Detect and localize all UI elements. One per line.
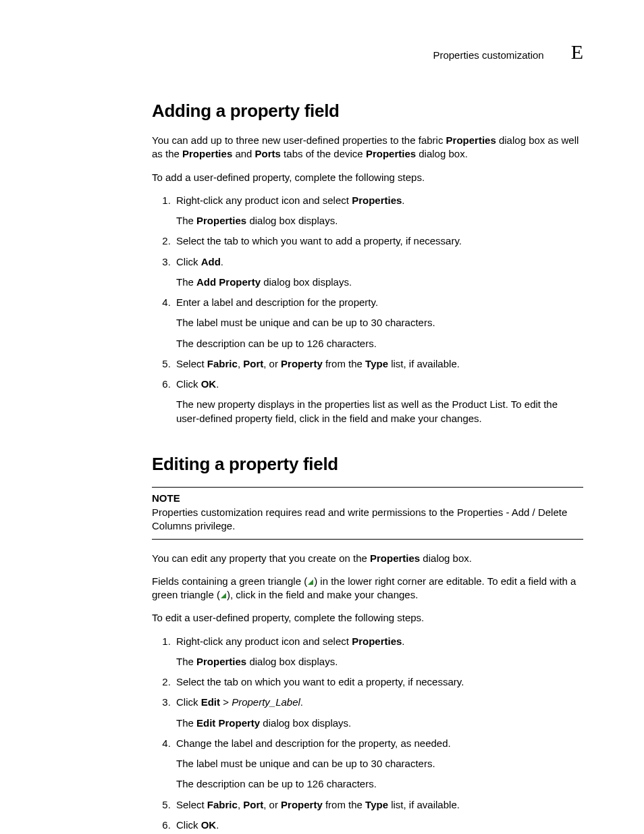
text: Click (176, 819, 201, 831)
svg-marker-0 (308, 579, 313, 585)
text: Click (176, 696, 201, 708)
text: and (232, 148, 254, 159)
term-edit-property: Edit Property (196, 717, 260, 729)
text: Select (176, 358, 207, 369)
text: Click (176, 378, 201, 390)
spacer (152, 435, 583, 454)
term-ok: OK (201, 378, 217, 390)
text: ), click in the field and make your chan… (227, 589, 418, 600)
text: Select (176, 799, 207, 810)
text: tabs of the device (281, 148, 366, 159)
lead-in-paragraph: To edit a user-defined property, complet… (152, 611, 583, 625)
step-sub: The description can be up to 126 charact… (176, 777, 583, 791)
term-ok: OK (201, 819, 217, 831)
step-sub: The new property displays in the propert… (176, 398, 583, 425)
text: dialog box displays. (246, 656, 338, 667)
text: , or (263, 799, 281, 810)
document-page: Properties customization E Adding a prop… (0, 0, 644, 834)
paragraph: You can edit any property that you creat… (152, 552, 583, 565)
step-sub: The Add Property dialog box displays. (176, 276, 583, 289)
term-property-label: Property_Label (232, 696, 300, 708)
text: Right-click any product icon and select (176, 635, 352, 647)
term-property: Property (281, 358, 323, 369)
term-properties: Properties (196, 215, 246, 226)
running-title: Properties customization (433, 49, 543, 61)
term-ports: Ports (255, 148, 281, 159)
step-sub: The Properties dialog box displays. (176, 655, 583, 669)
intro-paragraph: You can add up to three new user-defined… (152, 134, 583, 161)
text: list, if available. (388, 358, 460, 369)
editable-triangle-icon (220, 592, 227, 599)
step-1: Right-click any product icon and select … (173, 194, 583, 228)
text: The (176, 717, 196, 729)
text: The (176, 215, 196, 226)
term-fabric: Fabric (207, 799, 238, 810)
text: dialog box displays. (246, 215, 338, 226)
heading-adding-property: Adding a property field (152, 101, 583, 122)
text: You can add up to three new user-defined… (152, 134, 446, 146)
term-add: Add (201, 256, 221, 267)
term-properties: Properties (196, 656, 246, 667)
steps-list-add: Right-click any product icon and select … (152, 194, 583, 425)
step-sub: The description can be up to 126 charact… (176, 337, 583, 350)
text: from the (323, 799, 365, 810)
step-3: Click Add. The Add Property dialog box d… (173, 255, 583, 290)
text: . (216, 378, 219, 390)
term-type: Type (365, 358, 388, 369)
text: The (176, 656, 196, 667)
term-add-property: Add Property (196, 276, 261, 288)
text: dialog box displays. (261, 276, 352, 288)
step-3: Click Edit > Property_Label. The Edit Pr… (173, 696, 583, 730)
text: Change the label and description for the… (176, 737, 451, 749)
term-properties: Properties (182, 148, 232, 159)
text: , (238, 799, 243, 810)
term-port: Port (243, 799, 263, 810)
term-properties: Properties (352, 194, 402, 206)
text: Right-click any product icon and select (176, 194, 352, 206)
text: , or (263, 358, 281, 369)
heading-editing-property: Editing a property field (152, 454, 583, 475)
text: > (220, 696, 232, 708)
text: . (300, 696, 303, 708)
term-fabric: Fabric (207, 358, 238, 369)
steps-list-edit: Right-click any product icon and select … (152, 635, 583, 833)
text: You can edit any property that you creat… (152, 552, 370, 564)
step-1: Right-click any product icon and select … (173, 635, 583, 669)
text: Enter a label and description for the pr… (176, 296, 378, 308)
text: from the (323, 358, 365, 369)
text: dialog box displays. (260, 717, 351, 729)
step-sub: The label must be unique and can be up t… (176, 316, 583, 330)
step-2: Select the tab on which you want to edit… (173, 675, 583, 689)
term-properties: Properties (366, 148, 416, 159)
step-6: Click OK. (173, 818, 583, 832)
text: . (216, 819, 219, 831)
note-box: NOTE Properties customization requires r… (152, 487, 583, 540)
editable-triangle-icon (307, 579, 314, 585)
note-body: Properties customization requires read a… (152, 506, 567, 531)
running-header: Properties customization E (152, 41, 583, 63)
paragraph: Fields containing a green triangle () in… (152, 575, 583, 602)
term-port: Port (243, 358, 263, 369)
term-edit: Edit (201, 696, 220, 708)
step-2: Select the tab to which you want to add … (173, 234, 583, 248)
term-properties: Properties (370, 552, 420, 564)
term-type: Type (365, 799, 388, 810)
appendix-marker: E (571, 41, 583, 63)
text: , (238, 358, 243, 369)
text: Click (176, 256, 201, 267)
svg-marker-1 (221, 593, 226, 598)
step-sub: The label must be unique and can be up t… (176, 757, 583, 771)
text: dialog box. (416, 148, 468, 159)
text: Fields containing a green triangle ( (152, 575, 307, 587)
note-label: NOTE (152, 492, 583, 505)
term-properties: Properties (446, 134, 496, 146)
lead-in-paragraph: To add a user-defined property, complete… (152, 171, 583, 184)
step-4: Change the label and description for the… (173, 737, 583, 791)
text: . (221, 256, 223, 267)
text: . (402, 635, 404, 647)
step-sub: The Edit Property dialog box displays. (176, 716, 583, 730)
step-6: Click OK. The new property displays in t… (173, 377, 583, 425)
text: list, if available. (388, 799, 460, 810)
step-5: Select Fabric, Port, or Property from th… (173, 357, 583, 371)
step-sub: The Properties dialog box displays. (176, 214, 583, 228)
